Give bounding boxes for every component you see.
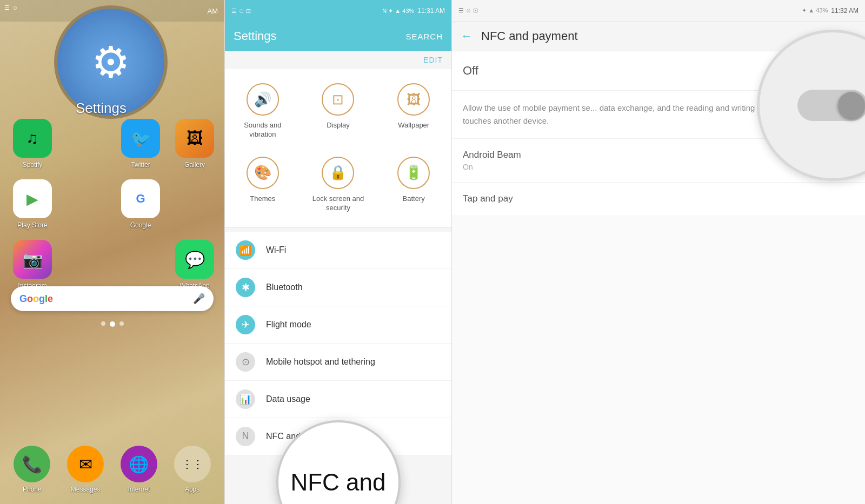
- twitter-icon: 🐦: [121, 119, 160, 158]
- dock-apps[interactable]: ⋮⋮ Apps: [174, 446, 211, 493]
- phone-screen-1: ☰ ☺ AM ⚙ Settings ♫ Spotify 🐦 Twitter 🖼 …: [0, 0, 224, 504]
- settings-display[interactable]: ⊡ Display: [301, 75, 376, 148]
- app-playstore[interactable]: ▶ Play Store: [11, 179, 54, 229]
- flightmode-label: Flight mode: [266, 320, 311, 330]
- app-gallery[interactable]: 🖼 Gallery: [173, 119, 216, 169]
- google-search-bar[interactable]: Google 🎤: [11, 286, 214, 311]
- settings-bluetooth[interactable]: ✱ Bluetooth: [225, 269, 451, 306]
- settings-page-title: Settings: [234, 29, 277, 43]
- lockscreen-label: Lock screen and security: [306, 194, 371, 213]
- status-icons-3: ☰ ☺ ⊡: [458, 7, 478, 14]
- nfc-page-title: NFC and payment: [481, 29, 578, 43]
- phone-icon: 📞: [14, 446, 50, 482]
- google-logo: Google: [19, 293, 53, 305]
- dock-phone[interactable]: 📞 Phone: [14, 446, 50, 493]
- phone-label: Phone: [23, 486, 42, 493]
- status-icon-msg: ☰: [4, 4, 10, 11]
- gallery-label: Gallery: [184, 161, 205, 169]
- large-toggle-knob: [838, 92, 865, 119]
- hotspot-label: Mobile hotspot and tethering: [266, 357, 375, 367]
- settings-datausage[interactable]: 📊 Data usage: [225, 381, 451, 418]
- settings-wifi[interactable]: 📶 Wi-Fi: [225, 232, 451, 269]
- gallery-icon: 🖼: [175, 119, 214, 158]
- messages-icon: ✉: [67, 446, 104, 482]
- tap-and-pay-item[interactable]: Tap and pay: [452, 182, 865, 215]
- dot-2-active: [110, 321, 115, 327]
- internet-label: Internet: [128, 486, 150, 493]
- themes-label: Themes: [250, 194, 275, 204]
- app-instagram[interactable]: 📷 Instagram: [11, 240, 54, 290]
- settings-app-label[interactable]: Settings: [76, 100, 127, 117]
- gear-icon-large: ⚙: [91, 37, 130, 88]
- wifi-icon: 📶: [236, 240, 255, 260]
- status-time-1: AM: [208, 7, 218, 15]
- wifi-label: Wi-Fi: [266, 245, 286, 255]
- wallpaper-icon: 🖼: [397, 83, 430, 116]
- status-bar-3: ☰ ☺ ⊡ ✦ ▲ 43% 11:32 AM: [452, 0, 865, 22]
- flight-icon: ✈: [236, 315, 255, 334]
- status-icons-left-1: ☰ ☺: [4, 4, 18, 11]
- status-icon-3a: ☰ ☺ ⊡: [458, 7, 478, 14]
- settings-flightmode[interactable]: ✈ Flight mode: [225, 306, 451, 344]
- status-icons-2: ☰ ☺ ⊡: [231, 8, 251, 15]
- settings-lockscreen[interactable]: 🔒 Lock screen and security: [301, 148, 376, 221]
- battery-label: Battery: [403, 194, 425, 204]
- spotify-label: Spotify: [23, 161, 43, 169]
- settings-themes[interactable]: 🎨 Themes: [225, 148, 301, 221]
- google-label: Google: [130, 221, 151, 229]
- settings-sounds[interactable]: 🔊 Sounds and vibration: [225, 75, 301, 148]
- google-icon: G: [121, 179, 160, 218]
- settings-battery[interactable]: 🔋 Battery: [376, 148, 451, 221]
- nfc-list-icon: N: [236, 427, 255, 446]
- whatsapp-icon: 💬: [175, 240, 214, 279]
- phone-screen-2: ☰ ☺ ⊡ N ✦ ▲ 43% 11:31 AM Settings SEARCH…: [224, 0, 451, 504]
- dot-1: [101, 321, 105, 326]
- app-grid: ♫ Spotify 🐦 Twitter 🖼 Gallery ▶ Play Sto…: [11, 119, 214, 290]
- status-icon-2a: ☰ ☺ ⊡: [231, 8, 251, 15]
- apps-icon: ⋮⋮: [174, 446, 211, 482]
- app-spotify[interactable]: ♫ Spotify: [11, 119, 54, 169]
- settings-header-2: Settings SEARCH: [225, 22, 451, 51]
- bluetooth-label: Bluetooth: [266, 283, 303, 292]
- messages-label: Messages: [71, 486, 101, 493]
- datausage-icon: 📊: [236, 389, 255, 409]
- large-toggle-switch-display[interactable]: [797, 90, 865, 121]
- settings-hotspot[interactable]: ⊙ Mobile hotspot and tethering: [225, 344, 451, 381]
- instagram-icon: 📷: [13, 240, 52, 279]
- datausage-label: Data usage: [266, 394, 310, 404]
- app-whatsapp[interactable]: 💬 WhatsApp: [173, 240, 216, 290]
- bluetooth-icon: ✱: [236, 278, 255, 297]
- search-button[interactable]: SEARCH: [405, 32, 443, 41]
- signal-icon-2: N ✦ ▲ 43%: [382, 8, 414, 15]
- signal-icon-3: ✦ ▲ 43%: [802, 7, 828, 14]
- settings-grid: 🔊 Sounds and vibration ⊡ Display 🖼 Wallp…: [225, 69, 451, 227]
- status-time-3: 11:32 AM: [831, 7, 859, 15]
- sounds-label: Sounds and vibration: [230, 121, 295, 139]
- app-twitter[interactable]: 🐦 Twitter: [119, 119, 162, 169]
- display-icon: ⊡: [322, 83, 354, 116]
- status-time-2: 11:31 AM: [417, 7, 445, 15]
- dock-messages[interactable]: ✉ Messages: [67, 446, 104, 493]
- status-bar-right-3: ✦ ▲ 43% 11:32 AM: [802, 7, 859, 15]
- themes-icon: 🎨: [247, 157, 279, 189]
- back-arrow-button[interactable]: ←: [461, 29, 473, 43]
- apps-label: Apps: [185, 486, 199, 493]
- bottom-dock: 📞 Phone ✉ Messages 🌐 Internet ⋮⋮ Apps: [5, 446, 219, 493]
- battery-icon: 🔋: [397, 157, 430, 189]
- internet-icon: 🌐: [121, 446, 157, 482]
- nfc-off-label: Off: [463, 64, 478, 78]
- playstore-icon: ▶: [13, 179, 52, 218]
- app-google[interactable]: G Google: [119, 179, 162, 229]
- display-label: Display: [327, 121, 350, 130]
- lockscreen-icon: 🔒: [322, 157, 354, 189]
- status-bar-2: ☰ ☺ ⊡ N ✦ ▲ 43% 11:31 AM: [225, 0, 451, 22]
- playstore-label: Play Store: [17, 221, 47, 229]
- edit-button[interactable]: EDIT: [423, 56, 443, 64]
- sounds-icon: 🔊: [247, 83, 279, 116]
- dot-3: [119, 321, 124, 326]
- twitter-label: Twitter: [131, 161, 150, 169]
- settings-wallpaper[interactable]: 🖼 Wallpaper: [376, 75, 451, 148]
- spotify-icon: ♫: [13, 119, 52, 158]
- dock-internet[interactable]: 🌐 Internet: [121, 446, 157, 493]
- mic-icon: 🎤: [193, 293, 205, 305]
